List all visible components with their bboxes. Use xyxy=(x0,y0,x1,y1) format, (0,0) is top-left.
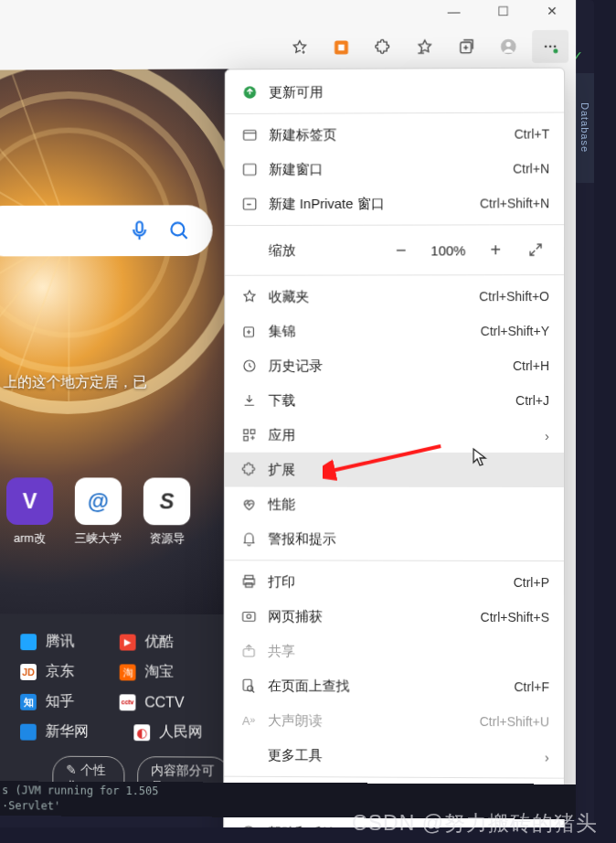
quick-link-3-icon: S xyxy=(143,477,191,525)
favorites-button[interactable] xyxy=(407,30,443,63)
menu-label: 历史记录 xyxy=(261,357,513,375)
menu-apps[interactable]: 应用› xyxy=(225,418,564,453)
inprivate-icon xyxy=(238,196,261,212)
window-minimize-button[interactable]: — xyxy=(434,4,474,18)
menu-label: 收藏夹 xyxy=(261,288,479,305)
menu-shortcut: Ctrl+Shift+U xyxy=(480,714,549,729)
menu-label: 网页捕获 xyxy=(260,608,480,626)
quick-link-3[interactable]: S 资源导 xyxy=(143,477,191,547)
star-lines-icon xyxy=(416,37,434,56)
menu-label: 大声朗读 xyxy=(260,711,480,730)
menu-find[interactable]: 在页面上查找Ctrl+F xyxy=(224,668,563,705)
menu-new-tab[interactable]: 新建标签页 Ctrl+T xyxy=(226,116,565,152)
quick-link-2-icon: @ xyxy=(75,477,122,525)
menu-shortcut: Ctrl+Shift+Y xyxy=(481,324,549,338)
collections-button[interactable] xyxy=(449,30,485,63)
add-favorite-button[interactable] xyxy=(281,31,318,64)
feed-label: 腾讯 xyxy=(46,632,75,651)
window-titlebar: — ☐ ✕ xyxy=(0,0,576,28)
menu-extensions[interactable]: 扩展 xyxy=(225,453,564,487)
extension-button-1[interactable] xyxy=(324,31,360,64)
profile-button[interactable] xyxy=(490,30,526,63)
search-box[interactable] xyxy=(0,205,213,256)
menu-webcapture[interactable]: 网页捕获Ctrl+Shift+S xyxy=(225,599,564,635)
ide-side-tab[interactable]: Database xyxy=(574,73,594,183)
star-icon xyxy=(238,289,261,305)
extension-orange-icon xyxy=(333,38,351,57)
feed-label: 优酷 xyxy=(144,633,174,652)
menu-alerts[interactable]: 警报和提示 xyxy=(225,521,564,557)
browser-toolbar xyxy=(0,26,576,70)
menu-new-window[interactable]: 新建窗口 Ctrl+N xyxy=(226,151,565,187)
menu-downloads[interactable]: 下载Ctrl+J xyxy=(225,383,564,418)
fullscreen-button[interactable] xyxy=(518,234,553,265)
feed-label: 新华网 xyxy=(46,722,89,742)
feed-row-2[interactable]: JD京东淘淘宝 xyxy=(0,656,229,688)
find-icon xyxy=(237,678,260,694)
extensions-button[interactable] xyxy=(365,31,401,64)
menu-collections[interactable]: 集锦Ctrl+Shift+Y xyxy=(225,314,564,348)
menu-read-aloud: A»大声朗读Ctrl+Shift+U xyxy=(224,703,564,740)
quick-links-row: V arm改 @ 三峡大学 S 资源导 xyxy=(0,477,230,547)
quick-link-3-label: 资源导 xyxy=(149,530,185,547)
heart-pulse-icon xyxy=(238,496,261,513)
menu-shortcut: Ctrl+J xyxy=(515,393,549,408)
quick-link-2[interactable]: @ 三峡大学 xyxy=(75,477,122,547)
terminal-line: s (JVM running for 1.505 xyxy=(2,783,568,801)
svg-rect-18 xyxy=(244,430,248,433)
menu-label: 应用 xyxy=(261,426,545,443)
window-maximize-button[interactable]: ☐ xyxy=(483,4,523,18)
menu-more-tools[interactable]: 更多工具› xyxy=(224,738,564,774)
more-menu-button[interactable] xyxy=(532,30,568,63)
zoom-out-button[interactable]: − xyxy=(384,235,419,266)
menu-label: 下载 xyxy=(261,392,515,410)
menu-performance[interactable]: 性能 xyxy=(225,487,564,523)
svg-point-8 xyxy=(554,45,557,48)
zoom-label: 缩放 xyxy=(269,241,378,259)
feed-label: CCTV xyxy=(144,694,184,710)
menu-label: 更新可用 xyxy=(261,82,549,101)
more-icon xyxy=(541,37,559,56)
feed-row-3[interactable]: 知知乎cctvCCTV xyxy=(0,687,229,718)
browser-window: — ☐ ✕ xyxy=(0,0,576,801)
svg-rect-14 xyxy=(244,164,256,175)
window-icon xyxy=(238,161,261,177)
puzzle-icon xyxy=(374,38,392,57)
feed-icon: cctv xyxy=(120,694,136,710)
settings-dropdown-menu: 更新可用 新建标签页 Ctrl+T 新建窗口 Ctrl+N 新建 InPriva… xyxy=(223,68,565,827)
menu-separator xyxy=(224,776,564,779)
menu-history[interactable]: 历史记录Ctrl+H xyxy=(225,348,564,383)
apps-icon xyxy=(238,427,261,443)
svg-point-25 xyxy=(247,614,250,619)
menu-label: 在页面上查找 xyxy=(260,678,514,696)
svg-rect-20 xyxy=(244,436,248,440)
menu-new-inprivate[interactable]: 新建 InPrivate 窗口 Ctrl+Shift+N xyxy=(225,186,564,221)
puzzle-small-icon xyxy=(238,462,261,478)
menu-separator xyxy=(225,560,564,561)
svg-point-5 xyxy=(506,42,511,47)
menu-shortcut: Ctrl+Shift+N xyxy=(480,196,549,210)
feed-label: 淘宝 xyxy=(144,663,174,682)
feed-icon: JD xyxy=(20,664,37,680)
feed-label: 知乎 xyxy=(46,692,75,711)
watermark-text: CSDN @努力搬砖的猪头 xyxy=(0,809,616,838)
menu-label: 新建 InPrivate 窗口 xyxy=(261,195,480,213)
menu-shortcut: Ctrl+T xyxy=(515,127,549,142)
menu-update-available[interactable]: 更新可用 xyxy=(226,74,564,110)
svg-point-9 xyxy=(553,48,558,53)
star-plus-icon xyxy=(291,38,309,57)
print-icon xyxy=(238,573,261,590)
feed-row-1[interactable]: 腾讯▶优酷 xyxy=(0,626,230,657)
menu-favorites[interactable]: 收藏夹Ctrl+Shift+O xyxy=(225,279,564,314)
feed-row-4[interactable]: 新华网◐人民网 xyxy=(0,717,229,748)
svg-rect-10 xyxy=(136,222,142,233)
svg-rect-24 xyxy=(243,613,255,622)
zoom-in-button[interactable]: + xyxy=(478,234,513,265)
quick-link-1[interactable]: V arm改 xyxy=(6,477,53,547)
search-icon xyxy=(167,219,191,242)
menu-shortcut: Ctrl+H xyxy=(513,358,549,373)
window-close-button[interactable]: ✕ xyxy=(532,4,572,18)
menu-print[interactable]: 打印Ctrl+P xyxy=(225,564,564,600)
svg-rect-2 xyxy=(338,45,345,51)
collections-icon xyxy=(458,37,476,56)
